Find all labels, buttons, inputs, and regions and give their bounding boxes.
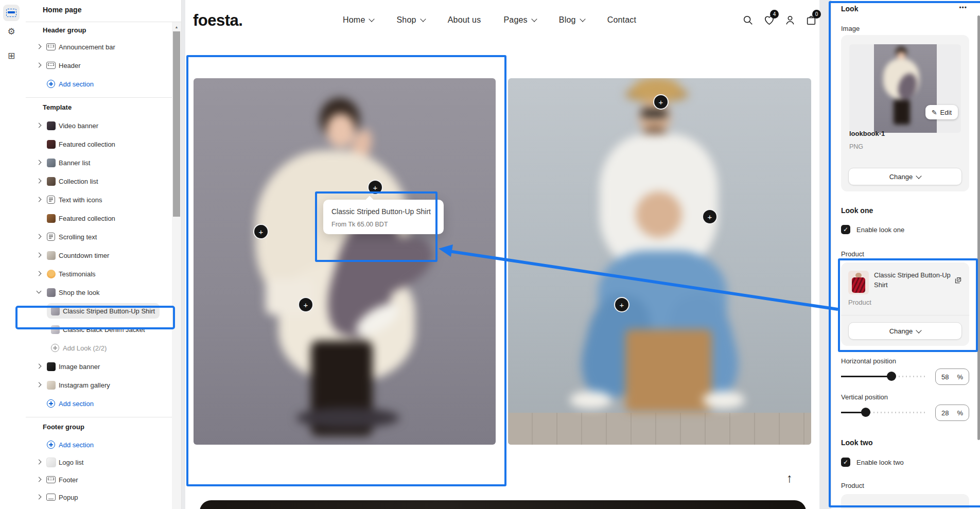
plus-circle-icon: [47, 399, 55, 408]
look2-hotspot-1[interactable]: +: [653, 94, 669, 110]
section-thumbnail: [47, 214, 56, 223]
add-section-link-template[interactable]: Add section: [26, 394, 172, 413]
add-section-link-header[interactable]: Add section: [26, 75, 172, 93]
store-logo[interactable]: foesta.: [193, 11, 242, 30]
sidebar-item-footer[interactable]: Footer: [26, 471, 172, 488]
change-product-button[interactable]: Change: [848, 322, 962, 340]
sidebar-item-featured-collection-1[interactable]: Featured collection: [26, 135, 172, 153]
sidebar-item-popup[interactable]: Popup: [26, 488, 172, 506]
lookbook-image-2: [508, 78, 811, 445]
chevron-right-icon[interactable]: [37, 460, 42, 465]
checkbox-checked-icon[interactable]: ✓: [841, 225, 850, 234]
change-image-button[interactable]: Change: [848, 168, 962, 185]
chevron-right-icon[interactable]: [37, 271, 42, 276]
sidebar-item-announcement-bar[interactable]: Announcement bar: [26, 38, 172, 56]
sidebar-item-logo-list[interactable]: Logo list: [26, 453, 172, 471]
sidebar-item-testimonials[interactable]: Testimonials: [26, 265, 172, 283]
theme-editor: ⚙ ⊞ Home page Header group Announcement …: [0, 0, 980, 509]
selected-product-title: Classic Striped Button-Up Shirt: [874, 271, 951, 290]
lookbook-image-1: [194, 78, 496, 445]
theme-settings-button[interactable]: ⚙: [3, 23, 20, 40]
sections-tree: Header group Announcement bar Header Add…: [26, 22, 172, 509]
sidebar-item-banner-list[interactable]: Banner list: [26, 153, 172, 172]
enable-look-two-label: Enable look two: [856, 459, 904, 466]
look-hotspot-3[interactable]: +: [298, 297, 313, 312]
chevron-right-icon[interactable]: [37, 179, 42, 184]
sidebar-item-image-banner[interactable]: Image banner: [26, 357, 172, 376]
nav-contact[interactable]: Contact: [607, 15, 637, 25]
look2-hotspot-3[interactable]: +: [614, 297, 629, 312]
add-look-link: Add Look (2/2): [26, 339, 172, 357]
sidebar-item-collection-list[interactable]: Collection list: [26, 172, 172, 190]
vertical-position-slider[interactable]: [841, 408, 927, 417]
more-options-icon[interactable]: •••: [959, 4, 967, 11]
sidebar-item-countdown-timer[interactable]: Countdown timer: [26, 246, 172, 265]
external-link-icon[interactable]: [954, 276, 962, 286]
sidebar-item-classic-striped-shirt[interactable]: Classic Striped Button-Up Shirt: [26, 302, 172, 320]
sidebar-scrollbar[interactable]: ▲: [172, 22, 181, 509]
product-setting-label: Product: [841, 250, 864, 258]
template-group-heading: Template: [26, 98, 172, 116]
nav-blog[interactable]: Blog: [559, 15, 585, 25]
nav-pages[interactable]: Pages: [503, 15, 536, 25]
panel-scrollbar-thumb[interactable]: [977, 15, 980, 440]
popup-icon: [46, 494, 56, 501]
section-thumbnail: [47, 251, 56, 260]
cart-icon[interactable]: 0: [804, 13, 818, 27]
search-icon[interactable]: [741, 13, 755, 27]
sidebar-item-instagram-gallery[interactable]: Instagram gallery: [26, 376, 172, 394]
enable-look-one-row[interactable]: ✓ Enable look one: [841, 225, 969, 234]
chevron-down-icon: [916, 173, 922, 179]
chevron-right-icon[interactable]: [37, 123, 42, 128]
product-setting-card-2: [841, 494, 969, 509]
chevron-down-icon[interactable]: [37, 290, 42, 295]
chevron-right-icon[interactable]: [37, 160, 42, 165]
scrollbar-thumb[interactable]: [173, 31, 180, 217]
sections-tab-button[interactable]: [3, 5, 20, 21]
look2-hotspot-2[interactable]: +: [702, 209, 717, 224]
chevron-right-icon[interactable]: [37, 197, 42, 202]
sidebar-item-classic-black-denim-jacket[interactable]: Classic Black Denim Jacket: [26, 320, 172, 339]
section-thumbnail: [47, 362, 56, 371]
chevron-right-icon[interactable]: [37, 234, 42, 239]
slider-thumb[interactable]: [887, 372, 896, 381]
nav-home[interactable]: Home: [343, 15, 374, 25]
nav-about-us[interactable]: About us: [448, 15, 481, 25]
sidebar-item-header[interactable]: Header: [26, 56, 172, 75]
nav-shop[interactable]: Shop: [396, 15, 425, 25]
account-icon[interactable]: [783, 13, 797, 27]
edit-image-button[interactable]: ✎ Edit: [925, 105, 958, 119]
add-section-link-footer[interactable]: Add section: [26, 436, 172, 453]
chevron-right-icon[interactable]: [37, 477, 42, 482]
sidebar-item-scrolling-text[interactable]: Scrolling text: [26, 227, 172, 246]
image-preview-zone: [849, 44, 961, 133]
lookbook-thumbnail: [874, 44, 937, 133]
chevron-right-icon[interactable]: [37, 364, 42, 369]
wishlist-icon[interactable]: 4: [762, 13, 776, 27]
slider-thumb[interactable]: [861, 408, 870, 417]
chevron-right-icon[interactable]: [37, 63, 42, 68]
checkbox-checked-icon[interactable]: ✓: [841, 458, 850, 467]
chevron-right-icon[interactable]: [37, 495, 42, 500]
plus-icon: +: [620, 301, 624, 309]
chevron-right-icon[interactable]: [37, 253, 42, 258]
chevron-right-icon[interactable]: [37, 44, 42, 49]
vertical-position-value[interactable]: 28%: [935, 405, 969, 421]
product-tooltip[interactable]: Classic Striped Button-Up Shirt From Tk …: [323, 200, 444, 234]
enable-look-one-label: Enable look one: [856, 226, 904, 234]
enable-look-two-row[interactable]: ✓ Enable look two: [841, 458, 969, 467]
horizontal-position-slider[interactable]: [841, 372, 927, 381]
sidebar-item-featured-collection-2[interactable]: Featured collection: [26, 209, 172, 227]
look-hotspot-2[interactable]: +: [253, 224, 269, 239]
app-embeds-button[interactable]: ⊞: [3, 47, 20, 64]
look-settings-panel: Look ••• Image ✎ Edit lookbook: [831, 0, 980, 509]
horizontal-position-value[interactable]: 58%: [935, 368, 969, 385]
sidebar-item-video-banner[interactable]: Video banner: [26, 116, 172, 135]
sidebar-item-text-with-icons[interactable]: Text with icons: [26, 190, 172, 209]
scroll-to-top-icon[interactable]: ↑: [786, 471, 793, 485]
sidebar-item-shop-the-look[interactable]: Shop the look: [26, 283, 172, 302]
scrollbar-up-icon[interactable]: ▲: [172, 25, 181, 29]
storefront-preview: foesta. Home Shop About us Pages Blog Co…: [185, 0, 819, 509]
look-hotspot-1[interactable]: +: [367, 180, 383, 195]
chevron-right-icon[interactable]: [37, 382, 42, 388]
